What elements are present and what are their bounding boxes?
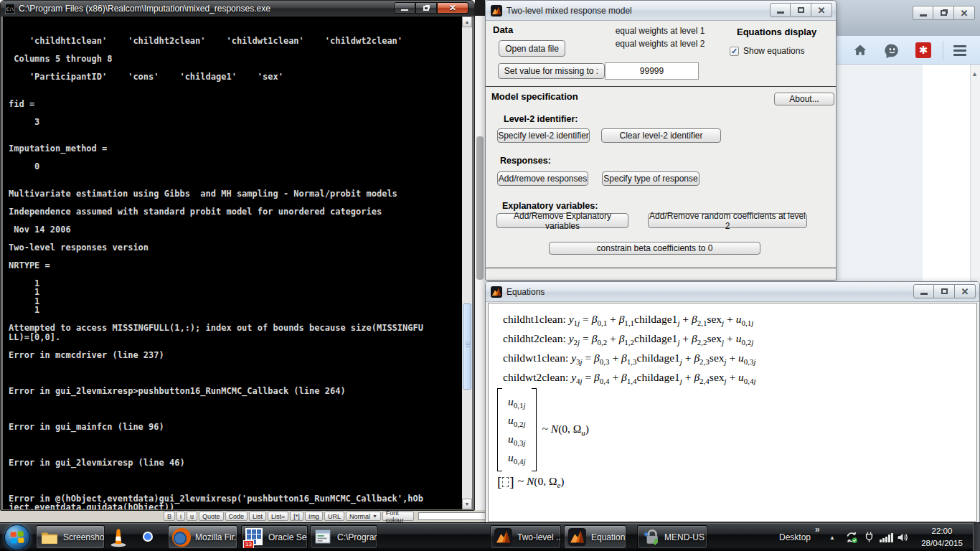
browser-close-button[interactable]: ✕ xyxy=(954,6,975,20)
editor-bold-button[interactable]: B xyxy=(164,512,175,521)
level2-identifier-label: Level-2 identifier: xyxy=(504,114,578,124)
editor-list-item-button[interactable]: [*] xyxy=(290,512,303,521)
windows-logo-icon xyxy=(9,529,24,545)
editor-style-dropdown[interactable]: Normal▼ xyxy=(346,512,381,521)
lastpass-icon[interactable]: ✱ xyxy=(915,42,931,58)
browser-page-panel xyxy=(837,65,923,281)
equation: childht1clean: y1j = β0,1 + β1,1childage… xyxy=(503,309,756,329)
toolbar-overflow-chevron[interactable]: » xyxy=(815,524,820,534)
show-desktop-button[interactable] xyxy=(973,523,980,551)
forum-editor-toolbar: B i u Quote Code List List= [*] Img URL … xyxy=(0,510,490,522)
set-missing-value-button[interactable]: Set value for missing to : xyxy=(498,63,605,79)
e-distribution: ~ N(0, Ωe) xyxy=(518,475,565,489)
volume-icon[interactable] xyxy=(896,531,909,544)
background-scroll-thumb[interactable] xyxy=(476,136,484,280)
console-window: C:\ C:\Program Files (x86)\Realcom\Imput… xyxy=(0,0,475,511)
equations-close-button[interactable]: ✕ xyxy=(955,284,976,298)
open-data-file-button[interactable]: Open data file xyxy=(499,40,565,57)
u-term: u0,3j xyxy=(508,430,526,448)
browser-scrollbar[interactable] xyxy=(970,65,980,281)
u-term: u0,1j xyxy=(508,392,526,411)
console-restore-button[interactable] xyxy=(415,2,437,14)
model-close-button[interactable]: ✕ xyxy=(811,3,832,17)
missing-value-field[interactable]: 99999 xyxy=(605,62,699,80)
u-distribution: ~ N(0, Ωu) xyxy=(542,423,589,437)
hidden-icons-arrow[interactable]: ▲ xyxy=(829,534,835,541)
equations-minimize-button[interactable] xyxy=(913,284,934,298)
console-window-controls: ✕ xyxy=(394,2,468,14)
console-minimize-button[interactable] xyxy=(394,2,415,14)
model-window-controls: ✕ xyxy=(770,3,832,17)
scroll-down-icon[interactable]: ▼ xyxy=(462,499,472,509)
editor-quote-button[interactable]: Quote xyxy=(199,512,224,521)
equations-window-titlebar: Equations xyxy=(486,282,979,302)
equations-maximize-button[interactable] xyxy=(934,284,955,298)
equations-window-title: Equations xyxy=(507,287,545,297)
network-signal-icon[interactable] xyxy=(880,533,893,542)
equation: childwt2clean: y4j = β0,4 + β1,4childage… xyxy=(503,367,756,387)
add-explanatory-button[interactable]: Add/Remove Explanatory variables xyxy=(496,213,628,228)
chat-smiley-icon[interactable] xyxy=(884,42,900,58)
matlab-icon xyxy=(568,528,587,547)
editor-url-button[interactable]: URL xyxy=(324,512,344,521)
clock-date: 28/04/2015 xyxy=(913,537,971,550)
show-equations-label: Show equations xyxy=(743,46,804,56)
clock-time: 22:00 xyxy=(913,525,971,537)
model-window: Two-level mixed response model ✕ Data Op… xyxy=(485,0,837,281)
taskbar-item-vlc[interactable] xyxy=(108,527,128,547)
home-icon[interactable] xyxy=(852,42,868,58)
model-maximize-button[interactable] xyxy=(791,3,811,17)
checkbox-icon[interactable]: ✓ xyxy=(730,47,739,56)
console-scroll-thumb[interactable] xyxy=(463,303,471,390)
sync-tray-icon[interactable] xyxy=(845,531,858,544)
editor-list-button[interactable]: List xyxy=(249,512,266,521)
editor-font-colour-button[interactable]: Font colour xyxy=(382,512,414,521)
add-random-coeff-button[interactable]: Add/Remove random coefficients at level … xyxy=(648,213,807,228)
browser-minimize-button[interactable] xyxy=(913,6,933,20)
taskbar-item-equations[interactable]: Equations xyxy=(564,525,626,549)
explanatory-label: Explanatory variables: xyxy=(502,201,598,211)
taskbar-item-chrome[interactable] xyxy=(138,527,159,547)
data-section-heading: Data xyxy=(493,24,513,35)
desktop-toolbar[interactable]: Desktop xyxy=(779,532,811,542)
u-term: u0,2j xyxy=(508,411,526,430)
specify-type-button[interactable]: Specify type of response xyxy=(602,171,699,186)
taskbar-item-firefox[interactable]: Mozilla Fir... xyxy=(168,525,237,549)
equation: childwt1clean: y3j = β0,3 + β1,3childage… xyxy=(503,348,756,367)
browser-restore-button[interactable] xyxy=(933,6,954,20)
constrain-beta-button[interactable]: constrain beta coefficients to 0 xyxy=(549,242,760,255)
editor-img-button[interactable]: Img xyxy=(305,512,323,521)
editor-text-input[interactable] xyxy=(418,512,490,520)
taskbar-clock[interactable]: 22:00 28/04/2015 xyxy=(913,525,971,550)
about-button[interactable]: About... xyxy=(774,93,834,105)
clear-level2-button[interactable]: Clear level-2 identifier xyxy=(601,128,721,143)
add-remove-responses-button[interactable]: Add/remove responses xyxy=(497,171,588,186)
taskbar-item-console[interactable]: C:\Program... xyxy=(310,525,377,549)
start-button[interactable] xyxy=(4,524,30,550)
taskbar-item-oracle[interactable]: 13 Oracle Sec... xyxy=(241,525,308,549)
selection-box xyxy=(502,477,509,487)
taskbar-item-two-level[interactable]: Two-level ... xyxy=(490,525,561,549)
editor-ordered-list-button[interactable]: List= xyxy=(268,512,288,521)
equation: childht2clean: y2j = β0,2 + β1,2childage… xyxy=(503,329,756,348)
browser-scroll-up-icon[interactable]: ▲ xyxy=(971,70,978,77)
left-bracket xyxy=(497,388,502,471)
console-close-button[interactable]: ✕ xyxy=(437,2,468,14)
editor-italic-button[interactable]: i xyxy=(176,512,185,521)
taskbar-item-mend-us[interactable]: MEND-US -... xyxy=(637,525,707,549)
model-window-title: Two-level mixed response model xyxy=(507,6,632,16)
matlab-icon xyxy=(491,5,502,17)
section-divider-bottom xyxy=(486,268,836,268)
right-bracket xyxy=(532,388,537,471)
model-minimize-button[interactable] xyxy=(770,3,791,17)
equations-display-heading: Equations display xyxy=(737,27,816,37)
chevron-down-icon: ▼ xyxy=(372,514,377,519)
plug-tray-icon[interactable] xyxy=(863,531,876,544)
taskbar-item-screenshots[interactable]: Screenshots xyxy=(36,525,105,549)
specify-level2-button[interactable]: Specify level-2 identifier xyxy=(497,128,590,143)
scroll-up-icon[interactable]: ▲ xyxy=(462,17,472,27)
console-scrollbar[interactable]: ▲ ▼ xyxy=(462,17,472,509)
menu-icon[interactable] xyxy=(953,45,966,56)
editor-code-button[interactable]: Code xyxy=(225,512,248,521)
editor-underline-button[interactable]: u xyxy=(187,512,197,521)
